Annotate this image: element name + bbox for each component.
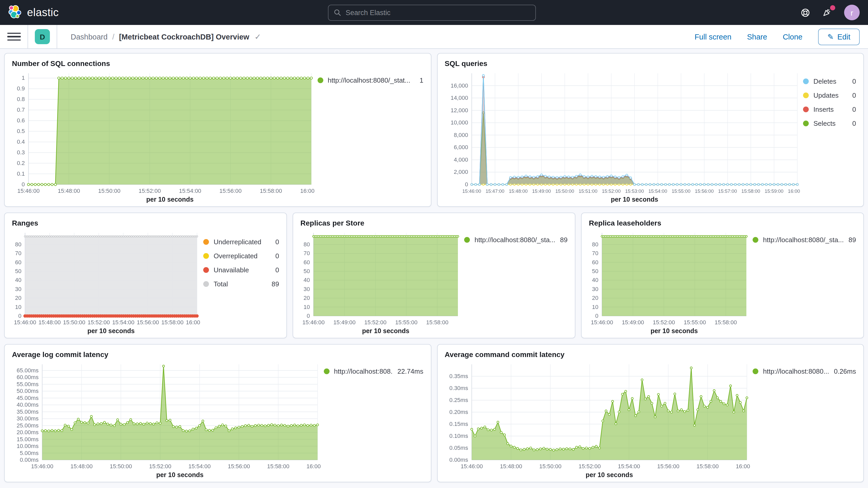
edit-button[interactable]: ✎ Edit <box>818 28 860 45</box>
search-icon <box>334 9 341 17</box>
svg-text:16:00:00: 16:00:00 <box>186 319 200 326</box>
svg-text:10,000: 10,000 <box>451 119 468 126</box>
saved-check-icon: ✓ <box>254 32 261 41</box>
breadcrumb-dashboard[interactable]: Dashboard <box>71 32 107 41</box>
svg-text:15:50:00: 15:50:00 <box>98 188 121 194</box>
svg-text:16:00:00: 16:00:00 <box>306 463 321 469</box>
search-input[interactable] <box>346 9 530 17</box>
svg-text:0: 0 <box>595 313 598 319</box>
legend-value: 89 <box>272 280 279 288</box>
legend-item[interactable]: http://localhost:808...22.74ms <box>323 367 423 375</box>
menu-icon[interactable] <box>7 31 21 42</box>
legend-item[interactable]: Selects0 <box>803 120 856 127</box>
legend-item[interactable]: Overreplicated0 <box>203 252 279 260</box>
svg-text:40.00ms: 40.00ms <box>17 401 38 408</box>
svg-text:70: 70 <box>304 250 310 256</box>
legend-label: http://localhost:8080/_stat... <box>328 77 414 84</box>
space-badge[interactable]: D <box>35 29 50 44</box>
svg-text:15:48:00: 15:48:00 <box>508 188 527 194</box>
brand-name: elastic <box>27 6 59 19</box>
chart-legend: Underreplicated0Overreplicated0Unavailab… <box>200 229 279 336</box>
svg-text:15:58:00: 15:58:00 <box>161 319 184 326</box>
legend-item[interactable]: Deletes0 <box>803 78 856 85</box>
svg-text:0.10ms: 0.10ms <box>449 433 468 439</box>
brand[interactable]: elastic <box>8 4 59 21</box>
svg-text:15:54:00: 15:54:00 <box>179 188 202 194</box>
legend-item[interactable]: Updates0 <box>803 91 856 99</box>
svg-text:10.00ms: 10.00ms <box>17 443 38 449</box>
legend-label: Unavailable <box>214 266 270 274</box>
svg-text:15:58:00: 15:58:00 <box>267 463 289 469</box>
svg-text:70: 70 <box>592 250 598 256</box>
global-search[interactable] <box>328 5 536 21</box>
svg-text:16:00:00: 16:00:00 <box>736 463 750 469</box>
svg-text:15:56:00: 15:56:00 <box>695 188 713 194</box>
svg-text:80: 80 <box>592 241 598 248</box>
svg-text:15:52:00: 15:52:00 <box>138 188 161 194</box>
svg-text:15.00ms: 15.00ms <box>17 436 38 443</box>
svg-text:15:59:00: 15:59:00 <box>764 188 783 194</box>
legend-item[interactable]: http://localhost:8080...0.26ms <box>753 367 856 375</box>
legend-label: http://localhost:8080/_sta... <box>474 236 555 244</box>
svg-text:15:49:00: 15:49:00 <box>532 188 551 194</box>
replica-leaseholders-chart[interactable]: 0102030405060708015:46:0015:49:0015:52:0… <box>589 229 749 336</box>
svg-text:60.00ms: 60.00ms <box>17 374 38 380</box>
legend-dot-icon <box>203 267 209 273</box>
legend-value: 0 <box>276 266 279 274</box>
legend-item[interactable]: Underreplicated0 <box>203 238 279 246</box>
svg-text:15:54:00: 15:54:00 <box>188 463 211 469</box>
log-commit-latency-chart[interactable]: 0.00ms5.00ms10.00ms15.00ms20.00ms25.00ms… <box>12 360 320 480</box>
svg-text:50: 50 <box>304 268 310 274</box>
svg-text:0.3: 0.3 <box>17 149 25 156</box>
clone-link[interactable]: Clone <box>783 32 803 41</box>
panel-command-commit-latency: Average command commit latency 0.00ms0.0… <box>437 344 864 482</box>
breadcrumb-separator: / <box>112 32 114 41</box>
legend-item[interactable]: http://localhost:8080/_stat...1 <box>317 77 423 84</box>
svg-text:15:46:00: 15:46:00 <box>591 319 613 326</box>
legend-item[interactable]: http://localhost:8080/_sta...89 <box>464 236 567 244</box>
panel-title: Replicas per Store <box>301 219 567 227</box>
svg-text:35.00ms: 35.00ms <box>17 408 38 415</box>
svg-text:2,000: 2,000 <box>454 169 468 175</box>
sql-connections-chart[interactable]: 00.10.20.30.40.50.60.70.80.9115:46:0015:… <box>12 69 314 204</box>
legend-item[interactable]: http://localhost:8080/_sta...89 <box>753 236 856 244</box>
svg-text:40: 40 <box>15 277 21 283</box>
svg-text:0.05ms: 0.05ms <box>449 445 468 451</box>
legend-dot-icon <box>323 368 329 374</box>
svg-text:15:57:00: 15:57:00 <box>718 188 737 194</box>
legend-item[interactable]: Unavailable0 <box>203 266 279 274</box>
legend-dot-icon <box>803 121 809 126</box>
svg-text:per 10 seconds: per 10 seconds <box>650 327 698 334</box>
svg-text:15:48:00: 15:48:00 <box>70 463 93 469</box>
svg-text:0.00ms: 0.00ms <box>449 457 468 463</box>
user-avatar[interactable]: r <box>844 5 860 20</box>
svg-text:0.1: 0.1 <box>17 171 25 177</box>
legend-item[interactable]: Total89 <box>203 280 279 288</box>
legend-label: Updates <box>813 91 847 99</box>
svg-text:per 10 seconds: per 10 seconds <box>586 471 633 478</box>
svg-text:15:46:00: 15:46:00 <box>460 463 483 469</box>
svg-text:15:54:00: 15:54:00 <box>112 319 135 326</box>
svg-text:0: 0 <box>465 181 468 188</box>
svg-text:10: 10 <box>592 304 598 310</box>
full-screen-link[interactable]: Full screen <box>695 32 732 41</box>
news-icon[interactable] <box>822 7 833 18</box>
svg-text:15:49:00: 15:49:00 <box>334 319 356 326</box>
svg-text:50: 50 <box>15 268 21 274</box>
legend-value: 0 <box>276 252 279 260</box>
share-link[interactable]: Share <box>747 32 767 41</box>
svg-text:15:46:00: 15:46:00 <box>31 463 54 469</box>
svg-text:per 10 seconds: per 10 seconds <box>146 196 194 203</box>
svg-text:40: 40 <box>304 277 310 283</box>
svg-text:0.20ms: 0.20ms <box>449 409 468 415</box>
legend-item[interactable]: Inserts0 <box>803 105 856 113</box>
replicas-per-store-chart[interactable]: 0102030405060708015:46:0015:49:0015:52:0… <box>301 229 461 336</box>
command-commit-latency-chart[interactable]: 0.00ms0.05ms0.10ms0.15ms0.20ms0.25ms0.30… <box>445 360 749 480</box>
sql-queries-chart[interactable]: 02,0004,0006,0008,00010,00012,00014,0001… <box>445 69 800 204</box>
ranges-chart[interactable]: 0102030405060708015:46:0015:48:0015:50:0… <box>12 229 200 336</box>
elastic-logo-icon <box>8 4 22 21</box>
help-icon[interactable] <box>799 7 811 18</box>
svg-text:15:50:00: 15:50:00 <box>63 319 86 326</box>
svg-text:15:56:00: 15:56:00 <box>137 319 159 326</box>
svg-text:15:52:00: 15:52:00 <box>88 319 110 326</box>
